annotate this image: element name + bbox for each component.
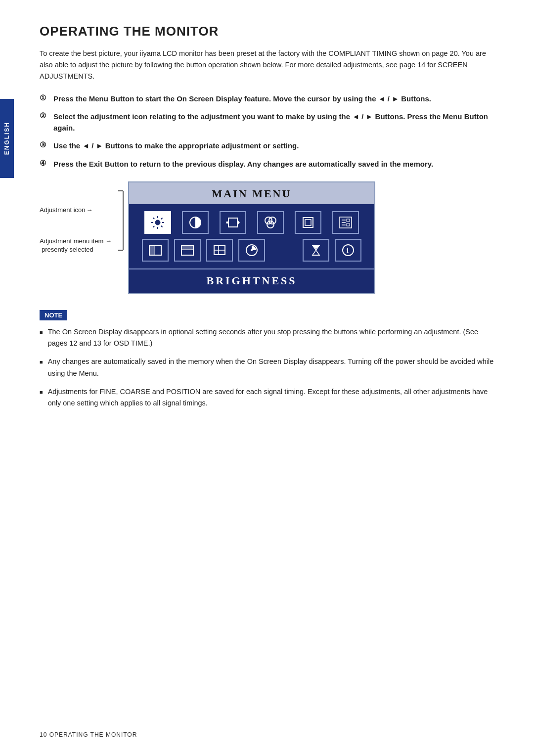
svg-rect-20 [305,220,311,225]
note-badge: NOTE [40,310,67,320]
page-footer: 10 OPERATING THE MONITOR [40,731,137,738]
step-1-text: Press the Menu Button to start the On Sc… [53,93,431,105]
diagram-area: Adjustment icon → Adjustment menu item →… [40,181,504,294]
color-icon [257,211,284,234]
svg-line-11 [153,226,155,227]
adjustment-menu-label-text: Adjustment menu item → presently selecte… [40,237,112,254]
auto-icon [206,239,233,262]
step-1-num: ① [40,93,50,102]
step-4-text: Press the Exit Button to return to the p… [53,159,433,170]
svg-line-10 [161,218,163,220]
brightness-icon [144,211,171,234]
note-item-3-text: Adjustments for FINE, COARSE and POSITIO… [48,386,494,409]
osd-icon-row-1 [139,211,364,234]
bracket-svg [116,188,125,253]
note-item-2-text: Any changes are automatically saved in t… [48,356,494,379]
svg-rect-13 [228,218,237,227]
svg-rect-28 [149,245,154,255]
steps-list: ① Press the Menu Button to start the On … [40,93,494,170]
step-4-num: ④ [40,159,50,168]
note-item-1: The On Screen Display disappears in opti… [40,326,494,349]
svg-rect-30 [181,245,193,250]
sidebar-text: ENGLISH [3,122,10,155]
note-section: NOTE The On Screen Display disappears in… [40,310,494,409]
sidebar-english-label: ENGLISH [0,99,14,178]
step-3-num: ③ [40,140,50,149]
step-2: ② Select the adjustment icon relating to… [40,111,494,133]
svg-line-8 [153,218,155,220]
adjustment-icon-label: Adjustment icon → [40,206,112,214]
diagram-labels: Adjustment icon → Adjustment menu item →… [40,181,116,254]
page-title: OPERATING THE MONITOR [40,24,504,39]
svg-point-35 [251,249,253,251]
osd-title: MAIN MENU [129,182,374,204]
vpos-icon [174,239,201,262]
timer-icon [303,239,329,262]
hpos-icon [142,239,169,262]
intro-paragraph: To create the best picture, your iiyama … [40,48,494,83]
step-3: ③ Use the ◄ / ► Buttons to make the appr… [40,140,494,152]
osd-settings-icon [332,211,359,234]
note-item-1-text: The On Screen Display disappears in opti… [48,326,494,349]
arrow-icon-1: → [87,206,93,214]
svg-point-18 [267,221,274,228]
position-icon [295,211,321,234]
svg-rect-19 [303,218,313,227]
svg-rect-25 [347,219,350,222]
osd-icon-row-2: i [139,239,364,262]
svg-text:i: i [347,247,349,254]
phase-icon [238,239,265,262]
osd-label-bar: BRIGHTNESS [129,268,374,293]
row2-empty [270,239,297,262]
osd-icons-area: i [129,204,374,268]
hsize-icon [220,211,246,234]
step-4: ④ Press the Exit Button to return to the… [40,159,494,170]
note-list: The On Screen Display disappears in opti… [40,326,494,409]
svg-rect-26 [347,223,350,226]
step-2-num: ② [40,111,50,120]
note-item-2: Any changes are automatically saved in t… [40,356,494,379]
adjustment-menu-label: Adjustment menu item → presently selecte… [40,237,112,254]
contrast-icon [182,211,209,234]
adjustment-icon-label-text: Adjustment icon [40,206,86,214]
osd-display: MAIN MENU [128,181,375,294]
bracket-indicator [116,181,125,253]
svg-point-3 [155,220,160,225]
svg-line-9 [161,226,163,227]
note-item-3: Adjustments for FINE, COARSE and POSITIO… [40,386,494,409]
step-3-text: Use the ◄ / ► Buttons to make the approp… [53,140,299,152]
info-icon: i [335,239,361,262]
step-2-text: Select the adjustment icon relating to t… [53,111,494,133]
osd-label: BRIGHTNESS [206,274,297,287]
step-1: ① Press the Menu Button to start the On … [40,93,494,105]
